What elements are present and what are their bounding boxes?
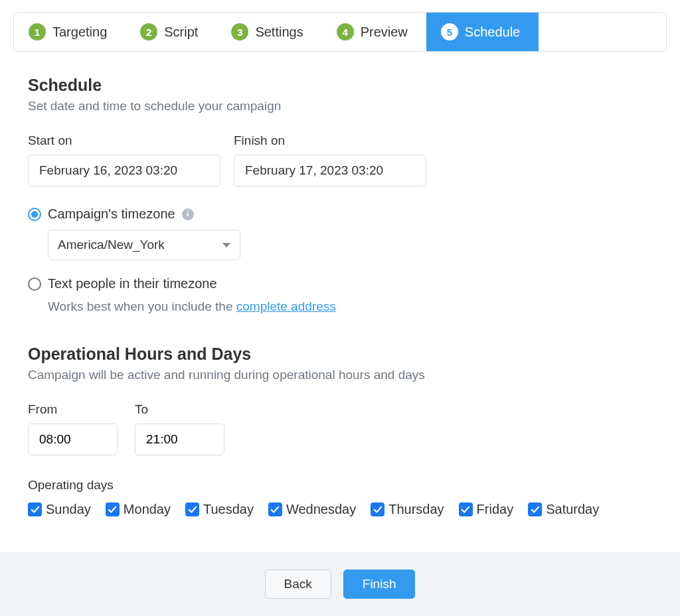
timezone-select[interactable]: America/New_York bbox=[48, 230, 240, 260]
check-icon bbox=[459, 502, 473, 516]
tab-settings[interactable]: 3 Settings bbox=[216, 13, 321, 51]
hint-text: Works best when you include the bbox=[48, 299, 236, 313]
check-icon bbox=[268, 502, 282, 516]
wizard-steps: 1 Targeting 2 Script 3 Settings 4 Previe… bbox=[13, 12, 667, 52]
check-icon bbox=[528, 502, 542, 516]
day-label: Monday bbox=[124, 502, 171, 517]
operating-days-label: Operating days bbox=[28, 478, 665, 493]
finish-on-label: Finish on bbox=[234, 133, 426, 148]
schedule-subtitle: Set date and time to schedule your campa… bbox=[28, 99, 665, 114]
day-label: Tuesday bbox=[203, 502, 254, 517]
step-label: Script bbox=[164, 25, 198, 40]
step-label: Settings bbox=[255, 25, 303, 40]
tab-preview[interactable]: 4 Preview bbox=[322, 13, 426, 51]
day-checkbox-wednesday[interactable]: Wednesday bbox=[268, 502, 356, 517]
step-number: 4 bbox=[337, 23, 354, 40]
step-number: 3 bbox=[231, 23, 248, 40]
recipient-timezone-hint: Works best when you include the complete… bbox=[48, 299, 665, 314]
tab-script[interactable]: 2 Script bbox=[126, 13, 216, 51]
radio-label: Campaign's timezone bbox=[48, 206, 175, 222]
tab-schedule[interactable]: 5 Schedule bbox=[426, 13, 539, 51]
info-icon[interactable]: i bbox=[182, 208, 194, 220]
chevron-down-icon bbox=[222, 243, 230, 248]
schedule-title: Schedule bbox=[28, 76, 665, 95]
check-icon bbox=[185, 502, 199, 516]
day-checkbox-friday[interactable]: Friday bbox=[459, 502, 514, 517]
operational-subtitle: Campaign will be active and running duri… bbox=[28, 368, 665, 382]
radio-unselected-icon bbox=[28, 277, 41, 291]
back-button[interactable]: Back bbox=[265, 570, 331, 599]
day-checkbox-sunday[interactable]: Sunday bbox=[28, 502, 91, 517]
operating-days-row: Sunday Monday Tuesday Wednesday Thursday… bbox=[28, 502, 665, 517]
from-time-input[interactable] bbox=[28, 424, 118, 455]
radio-campaign-timezone[interactable]: Campaign's timezone i bbox=[28, 206, 665, 222]
step-label: Targeting bbox=[52, 25, 107, 40]
radio-selected-icon bbox=[28, 208, 41, 221]
tab-targeting[interactable]: 1 Targeting bbox=[14, 13, 126, 51]
day-label: Wednesday bbox=[286, 502, 356, 517]
from-label: From bbox=[28, 402, 118, 417]
step-label: Preview bbox=[361, 25, 408, 40]
day-label: Friday bbox=[477, 502, 514, 517]
step-number: 1 bbox=[29, 23, 46, 40]
to-time-input[interactable] bbox=[135, 424, 224, 455]
check-icon bbox=[28, 502, 42, 516]
start-on-input[interactable] bbox=[28, 155, 220, 187]
day-checkbox-monday[interactable]: Monday bbox=[106, 502, 171, 517]
check-icon bbox=[106, 502, 120, 516]
operational-title: Operational Hours and Days bbox=[28, 345, 665, 364]
finish-button[interactable]: Finish bbox=[343, 570, 416, 599]
day-checkbox-tuesday[interactable]: Tuesday bbox=[185, 502, 254, 517]
day-label: Sunday bbox=[46, 502, 91, 517]
day-label: Saturday bbox=[546, 502, 599, 517]
finish-on-input[interactable] bbox=[234, 155, 426, 187]
day-checkbox-saturday[interactable]: Saturday bbox=[528, 502, 599, 517]
step-number: 2 bbox=[140, 23, 157, 40]
step-label: Schedule bbox=[465, 25, 520, 40]
timezone-value: America/New_York bbox=[58, 238, 165, 252]
day-label: Thursday bbox=[388, 502, 444, 517]
radio-label: Text people in their timezone bbox=[48, 276, 217, 291]
wizard-footer: Back Finish bbox=[0, 552, 680, 616]
check-icon bbox=[371, 502, 384, 516]
start-on-label: Start on bbox=[28, 133, 220, 148]
to-label: To bbox=[135, 402, 224, 417]
radio-recipient-timezone[interactable]: Text people in their timezone bbox=[28, 276, 665, 291]
step-number: 5 bbox=[441, 23, 458, 40]
day-checkbox-thursday[interactable]: Thursday bbox=[371, 502, 444, 517]
complete-address-link[interactable]: complete address bbox=[236, 299, 336, 313]
